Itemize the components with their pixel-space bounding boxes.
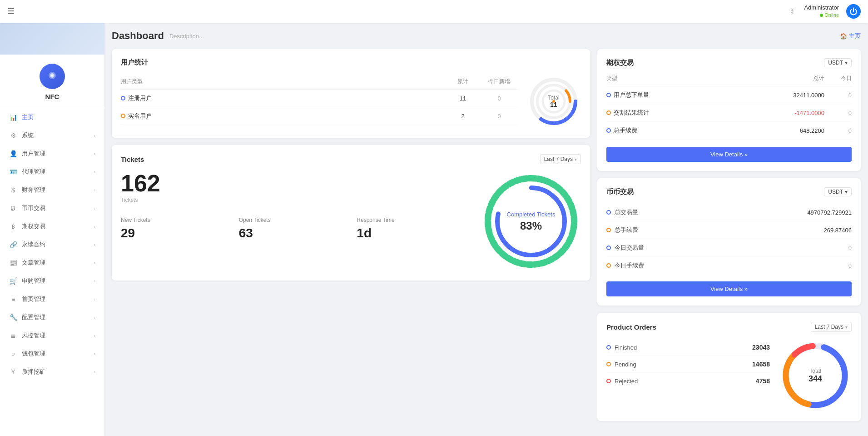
dot-blue bbox=[606, 93, 611, 97]
dot-blue bbox=[606, 210, 611, 215]
coin-title: 币币交易 bbox=[606, 188, 634, 196]
options-table: 类型 总计 今日 用户总下单量 32411.0000 0 bbox=[606, 75, 852, 140]
sidebar-item-wallet[interactable]: ○ 钱包管理 ‹ bbox=[0, 345, 104, 363]
options-table-header: 类型 总计 今日 bbox=[606, 75, 852, 86]
chevron-icon: ‹ bbox=[94, 333, 95, 338]
options-row: 用户总下单量 32411.0000 0 bbox=[606, 86, 852, 104]
product-order-item: Rejected 4758 bbox=[606, 373, 770, 389]
purchase-icon: 🛒 bbox=[9, 277, 17, 285]
dot-blue bbox=[606, 345, 611, 350]
moon-icon[interactable]: ☾ bbox=[790, 7, 797, 16]
chevron-icon: ‹ bbox=[94, 242, 95, 247]
options-filter[interactable]: USDT ▾ bbox=[824, 58, 852, 67]
dot-red bbox=[606, 379, 611, 383]
sidebar-item-system[interactable]: ⚙ 系统 ‹ bbox=[0, 126, 104, 145]
sidebar-item-homepage[interactable]: ≡ 首页管理 ‹ bbox=[0, 290, 104, 308]
new-tickets-stat: New Tickets 29 bbox=[121, 217, 232, 241]
options-row: 总手续费 648.2200 0 bbox=[606, 122, 852, 140]
chevron-icon: ‹ bbox=[94, 151, 95, 156]
sidebar-item-purchase[interactable]: 🛒 申购管理 ‹ bbox=[0, 272, 104, 290]
product-orders-filter[interactable]: Last 7 Days ▾ bbox=[811, 322, 852, 332]
config-icon: 🔧 bbox=[9, 314, 17, 321]
chevron-icon: ‹ bbox=[94, 169, 95, 175]
coin-stat-item: 今日手续费 0 bbox=[606, 257, 852, 274]
page-header: Dashboard Description... 🏠 主页 bbox=[112, 30, 861, 42]
dot-blue bbox=[606, 246, 611, 250]
tickets-left: 162 Tickets New Tickets 29 Open Tickets … bbox=[121, 171, 467, 241]
main-content: Dashboard Description... 🏠 主页 用户统计 用户类型 … bbox=[104, 23, 868, 436]
user-status: Online bbox=[820, 12, 839, 18]
sidebar-item-coin[interactable]: Ƀ 币币交易 ‹ bbox=[0, 199, 104, 217]
status-dot bbox=[820, 14, 823, 17]
dot-orange bbox=[606, 110, 611, 115]
product-orders-card: Product Orders Last 7 Days ▾ Finished 23… bbox=[597, 313, 861, 421]
sidebar-nav: 📊 主页 ⚙ 系统 ‹ 👤 用户管理 ‹ 🪪 代理管理 ‹ bbox=[0, 108, 104, 381]
chevron-icon: ‹ bbox=[94, 369, 95, 375]
open-tickets-stat: Open Tickets 63 bbox=[239, 217, 350, 241]
product-orders-inner: Finished 23043 Pending 14658 Rejected 47… bbox=[606, 339, 852, 412]
coin-stat-item: 总交易量 4970792.729921 bbox=[606, 204, 852, 221]
tickets-inner: 162 Tickets New Tickets 29 Open Tickets … bbox=[121, 171, 581, 271]
coin-stats-list: 总交易量 4970792.729921 总手续费 269.87406 今日交易量… bbox=[606, 204, 852, 274]
agent-icon: 🪪 bbox=[9, 168, 17, 175]
product-orders-header: Product Orders Last 7 Days ▾ bbox=[606, 322, 852, 332]
sidebar-item-config[interactable]: 🔧 配置管理 ‹ bbox=[0, 308, 104, 326]
topbar: ☰ ☾ Administrator Online bbox=[0, 0, 868, 23]
product-order-item: Finished 23043 bbox=[606, 339, 770, 356]
sidebar-logo: NFC bbox=[0, 55, 104, 108]
options-view-details-button[interactable]: View Details » bbox=[606, 147, 852, 162]
user-stats-card: 用户统计 用户类型 累计 今日新增 注册用户 bbox=[112, 49, 590, 138]
user-stats-inner: 用户类型 累计 今日新增 注册用户 11 0 bbox=[121, 74, 581, 129]
tickets-card: Tickets Last 7 Days ▾ 162 Tickets New Ti… bbox=[112, 145, 590, 281]
sidebar-item-perpetual[interactable]: 🔗 永续合约 ‹ bbox=[0, 236, 104, 254]
tickets-title: Tickets bbox=[121, 155, 144, 163]
sidebar: NFC 📊 主页 ⚙ 系统 ‹ 👤 用户管理 ‹ 🪪 代理管理 bbox=[0, 23, 104, 436]
home-breadcrumb[interactable]: 🏠 主页 bbox=[840, 32, 861, 40]
menu-icon[interactable]: ☰ bbox=[7, 6, 15, 16]
user-info: Administrator Online bbox=[804, 4, 839, 18]
dot-blue bbox=[121, 96, 125, 100]
logo-icon bbox=[40, 64, 65, 89]
ticket-label: Tickets bbox=[121, 197, 467, 203]
filter-arrow: ▾ bbox=[845, 189, 848, 195]
tickets-header: Tickets Last 7 Days ▾ bbox=[121, 154, 581, 164]
ticket-total-count: 162 bbox=[121, 171, 467, 195]
pledge-icon: ¥ bbox=[9, 368, 17, 376]
sidebar-item-home[interactable]: 📊 主页 bbox=[0, 108, 104, 126]
filter-arrow: ▾ bbox=[845, 60, 848, 66]
sidebar-item-finance[interactable]: $ 财务管理 ‹ bbox=[0, 181, 104, 199]
product-donut-center: Total 344 bbox=[808, 368, 822, 384]
sidebar-item-agent[interactable]: 🪪 代理管理 ‹ bbox=[0, 163, 104, 181]
sidebar-item-risk[interactable]: ≣ 风控管理 ‹ bbox=[0, 326, 104, 345]
product-orders-title: Product Orders bbox=[606, 323, 656, 331]
coin-view-details-button[interactable]: View Details » bbox=[606, 281, 852, 296]
sidebar-item-user[interactable]: 👤 用户管理 ‹ bbox=[0, 145, 104, 163]
chevron-icon: ‹ bbox=[94, 133, 95, 138]
coin-stat-item: 总手续费 269.87406 bbox=[606, 221, 852, 239]
sidebar-item-label: 主页 bbox=[22, 113, 34, 121]
sidebar-item-pledge[interactable]: ¥ 质押挖矿 ‹ bbox=[0, 363, 104, 381]
product-orders-donut: Total 344 bbox=[779, 339, 852, 412]
svg-point-3 bbox=[51, 75, 54, 77]
options-header: 期权交易 USDT ▾ bbox=[606, 58, 852, 67]
page-description: Description... bbox=[169, 33, 204, 40]
home-icon-small: 🏠 bbox=[840, 33, 847, 40]
dot-orange bbox=[606, 228, 611, 232]
coin-filter[interactable]: USDT ▾ bbox=[824, 187, 852, 196]
tickets-donut-center: Completed Tickets 83% bbox=[507, 211, 556, 232]
tickets-filter[interactable]: Last 7 Days ▾ bbox=[540, 154, 581, 164]
filter-arrow: ▾ bbox=[575, 157, 577, 162]
dot-orange bbox=[606, 263, 611, 268]
sidebar-item-article[interactable]: 📰 文章管理 ‹ bbox=[0, 254, 104, 272]
response-time-stat: Response Time 1d bbox=[357, 217, 467, 241]
user-stats-table: 用户类型 累计 今日新增 注册用户 11 0 bbox=[121, 78, 517, 125]
homepage-icon: ≡ bbox=[9, 296, 17, 303]
home-icon: 📊 bbox=[9, 114, 17, 121]
coin-icon: Ƀ bbox=[9, 205, 17, 212]
options-row: 交割结果统计 -1471.0000 0 bbox=[606, 104, 852, 122]
product-orders-list: Finished 23043 Pending 14658 Rejected 47… bbox=[606, 339, 770, 412]
chevron-icon: ‹ bbox=[94, 187, 95, 193]
sidebar-item-options[interactable]: ₿ 期权交易 ‹ bbox=[0, 217, 104, 236]
article-icon: 📰 bbox=[9, 259, 17, 266]
power-button[interactable] bbox=[846, 4, 861, 19]
